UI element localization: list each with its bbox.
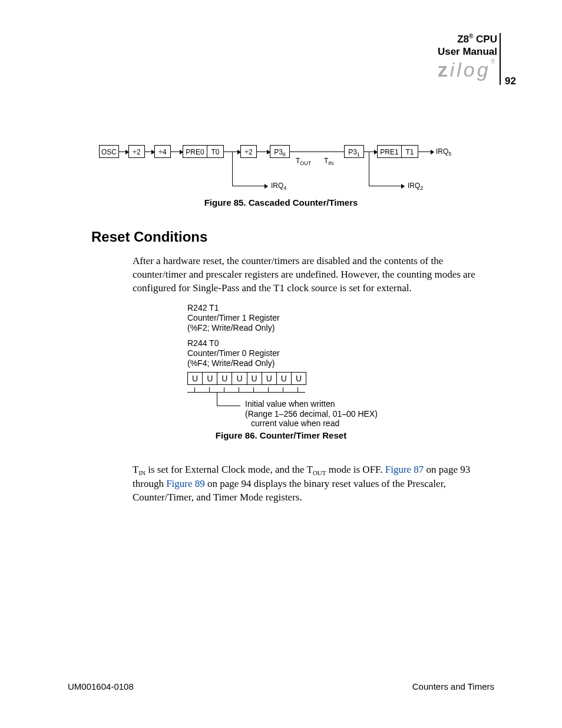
- bit-desc-line: current value when read: [245, 419, 378, 429]
- bit-cell: U: [232, 373, 247, 384]
- label-irq4: IRQ4: [271, 182, 286, 191]
- doc-title-line2: User Manual: [438, 46, 497, 57]
- reg-t1-name: R242 T1: [187, 303, 399, 313]
- reg-t1-block: R242 T1 Counter/Timer 1 Register (%F2; W…: [187, 303, 399, 332]
- bit-cell: U: [247, 373, 262, 384]
- figure-85-caption: Figure 85. Cascaded Counter/Timers: [0, 197, 562, 207]
- block-div4: ÷4: [154, 145, 171, 158]
- block-osc: OSC: [99, 145, 119, 158]
- arrow-icon: [171, 151, 183, 152]
- block-pre1: PRE1: [377, 145, 402, 158]
- page: Z8® CPU User Manual zilog® 92 OSC ÷2 ÷4 …: [0, 0, 562, 728]
- brand-logo: zilog®: [438, 58, 497, 81]
- bit-cell: U: [292, 373, 306, 384]
- figure-86-diagram: R242 T1 Counter/Timer 1 Register (%F2; W…: [187, 303, 399, 396]
- bit-cell: U: [188, 373, 203, 384]
- block-p31: P31: [344, 145, 364, 158]
- line: [369, 151, 369, 186]
- reg-t0-block: R244 T0 Counter/Timer 0 Register (%F4; W…: [187, 338, 399, 368]
- arrow-icon: [364, 151, 377, 152]
- reg-t0-addr: (%F4; Write/Read Only): [187, 358, 399, 368]
- label-tin: TIN: [324, 157, 333, 166]
- bit-desc-line: Initial value when written: [245, 399, 378, 409]
- label-tout: TOUT: [296, 157, 311, 166]
- reg-t1-desc: Counter/Timer 1 Register: [187, 313, 399, 323]
- block-t0: T0: [207, 145, 224, 158]
- link-figure-89[interactable]: Figure 89: [166, 478, 205, 489]
- section-heading: Reset Conditions: [91, 229, 207, 245]
- footer-doc-id: UM001604-0108: [68, 681, 134, 691]
- bit-row: U U U U U U U U: [187, 372, 306, 385]
- text: T: [133, 464, 138, 475]
- header-separator: [500, 33, 501, 85]
- line: [232, 151, 233, 186]
- sub-out: OUT: [313, 469, 326, 476]
- block-div2a: ÷2: [128, 145, 145, 158]
- bit-cell: U: [262, 373, 277, 384]
- reg-t0-name: R244 T0: [187, 338, 399, 348]
- arrow-icon: [257, 151, 270, 152]
- doc-title-line1: Z8® CPU: [457, 34, 497, 45]
- bit-description: Initial value when written (Range 1–256 …: [245, 399, 378, 429]
- line: [290, 151, 344, 152]
- section-paragraph-1: After a hardware reset, the counter/time…: [133, 255, 495, 295]
- arrow-icon: [145, 151, 154, 152]
- link-figure-87[interactable]: Figure 87: [385, 464, 424, 475]
- reg-t1-addr: (%F2; Write/Read Only): [187, 323, 399, 333]
- arrow-icon: [418, 151, 434, 152]
- footer-chapter: Counters and Timers: [412, 681, 494, 691]
- arrow-icon: [369, 186, 404, 186]
- bit-brace: Initial value when written (Range 1–256 …: [187, 387, 305, 396]
- label-irq2: IRQ2: [408, 182, 423, 191]
- reg-t0-desc: Counter/Timer 0 Register: [187, 348, 399, 358]
- label-irq5: IRQ5: [436, 147, 451, 157]
- bit-cell: U: [203, 373, 217, 384]
- block-p36: P36: [270, 145, 290, 158]
- section-paragraph-2: TIN is set for External Clock mode, and …: [133, 463, 495, 505]
- arrow-icon: [232, 186, 267, 186]
- text: is set for External Clock mode, and the …: [148, 464, 313, 475]
- block-t1: T1: [402, 145, 418, 158]
- text: mode is OFF.: [329, 464, 385, 475]
- figure-86-caption: Figure 86. Counter/Timer Reset: [0, 430, 562, 440]
- page-number: 92: [505, 75, 516, 87]
- bit-desc-line: (Range 1–256 decimal, 01–00 HEX): [245, 409, 378, 419]
- figure-85-diagram: OSC ÷2 ÷4 PRE0 T0 ÷2 P36 TOUT TIN P31 PR…: [92, 141, 481, 200]
- arrow-icon: [119, 151, 128, 152]
- bit-cell: U: [277, 373, 292, 384]
- sub-in: IN: [138, 469, 146, 476]
- doc-title: Z8® CPU User Manual: [438, 33, 497, 58]
- bit-cell: U: [217, 373, 232, 384]
- block-pre0: PRE0: [183, 145, 207, 158]
- block-div2b: ÷2: [240, 145, 257, 158]
